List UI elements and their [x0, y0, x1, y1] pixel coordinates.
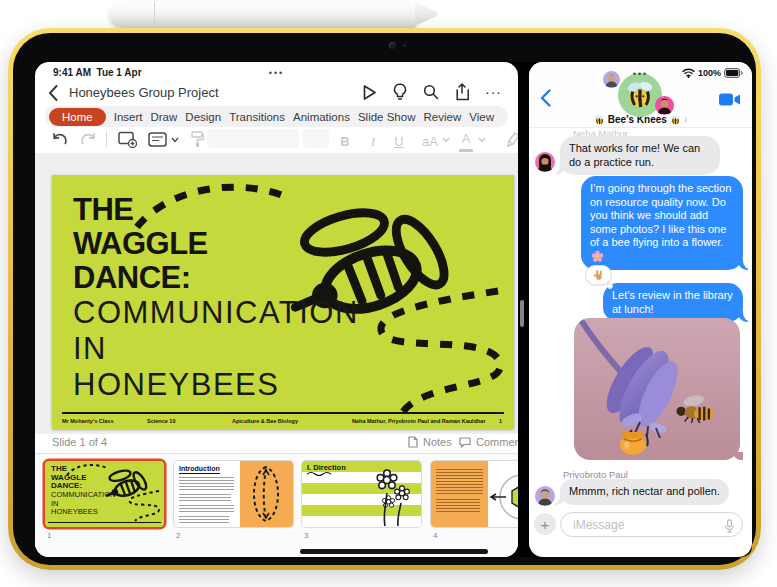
footer-unit: Apiculture & Bee Biology — [232, 418, 298, 424]
tab-animations[interactable]: Animations — [293, 111, 350, 123]
messages-app-window: 100% ••• Neha Mathur — [529, 62, 752, 557]
thumb2-paragraph — [179, 477, 234, 491]
tab-view[interactable]: View — [469, 111, 494, 123]
group-member-avatar[interactable] — [655, 96, 674, 115]
message-text: I’m going through the section on resourc… — [590, 182, 731, 248]
font-size-field[interactable] — [303, 129, 329, 148]
bee-emoji-icon — [594, 115, 605, 125]
search-icon[interactable] — [423, 84, 439, 100]
slide-footer: Mr Mohanty’s Class Science 10 Apiculture… — [62, 412, 504, 424]
microphone-icon[interactable] — [725, 519, 734, 533]
message-bubble-sent[interactable]: I’m going through the section on resourc… — [581, 176, 743, 270]
text-size-button[interactable]: aA — [420, 128, 440, 155]
thumb-number: 2 — [176, 531, 180, 540]
thumb4-text-pane — [431, 461, 488, 527]
notes-label: Notes — [423, 436, 452, 448]
tab-home[interactable]: Home — [49, 108, 106, 126]
slide-title-bold: THE WAGGLE DANCE: — [73, 193, 208, 295]
tab-slideshow[interactable]: Slide Show — [358, 111, 416, 123]
font-color-button[interactable]: A — [459, 128, 473, 152]
title-line: DANCE: — [73, 261, 208, 295]
tab-review[interactable]: Review — [423, 111, 461, 123]
ideas-lightbulb-icon[interactable] — [393, 83, 407, 101]
composer-field[interactable] — [560, 512, 743, 537]
composer-plus-button[interactable]: + — [534, 513, 556, 535]
back-chevron-icon[interactable] — [48, 85, 58, 101]
present-play-icon[interactable] — [362, 84, 377, 101]
sender-avatar-neha[interactable] — [535, 152, 555, 172]
redo-icon[interactable] — [80, 132, 97, 147]
thumb2-paragraph — [179, 516, 229, 524]
tab-insert[interactable]: Insert — [114, 111, 143, 123]
slide-counter: Slide 1 of 4 — [52, 436, 107, 448]
love-you-gesture-emoji-icon — [592, 269, 605, 282]
chevron-down-icon[interactable] — [478, 137, 486, 143]
slide-title-light: COMMUNICATION IN HONEYBEES — [73, 295, 359, 403]
footer-teacher: Mr Mohanty’s Class — [62, 418, 113, 424]
undo-icon[interactable] — [51, 132, 68, 147]
format-painter-icon[interactable] — [190, 131, 204, 148]
thumb3-underline-scribble — [306, 471, 336, 476]
comments-label: Comments — [476, 436, 518, 448]
title-line: THE — [73, 193, 208, 227]
back-chevron-icon[interactable] — [540, 89, 551, 107]
facetime-video-icon[interactable] — [719, 93, 741, 106]
thumb4-paragraph — [436, 469, 483, 495]
message-bubble-received[interactable]: That works for me! We can do a practice … — [560, 136, 720, 175]
thumbnail-slide-4[interactable] — [431, 461, 518, 527]
dashed-bee-trail-right — [381, 291, 500, 413]
screenshot-stage: 9:41 AM Tue 1 Apr ••• Honeybees Group Pr… — [0, 0, 777, 587]
underline-button[interactable]: U — [392, 128, 406, 155]
document-title[interactable]: Honeybees Group Project — [69, 85, 219, 100]
new-slide-icon[interactable] — [118, 131, 137, 148]
thumb2-heading: Introduction — [179, 465, 220, 474]
thumbnail-slide-3[interactable]: I. Direction — [302, 461, 421, 527]
message-bubble-sent[interactable]: Let’s review in the library at lunch! — [603, 283, 743, 322]
thumb-number: 1 — [47, 531, 51, 540]
thumb4-diagram — [488, 461, 518, 527]
home-indicator[interactable] — [300, 549, 488, 554]
tab-transitions[interactable]: Transitions — [229, 111, 285, 123]
apple-pencil — [110, 2, 416, 28]
ipad-bezel: 9:41 AM Tue 1 Apr ••• Honeybees Group Pr… — [13, 33, 756, 565]
tab-draw[interactable]: Draw — [150, 111, 177, 123]
thumb2-paragraph — [179, 494, 231, 502]
multitask-indicator[interactable]: ••• — [35, 68, 518, 78]
powerpoint-app-window: 9:41 AM Tue 1 Apr ••• Honeybees Group Pr… — [35, 62, 518, 557]
comments-icon — [459, 437, 471, 448]
photo-message-bee-flower[interactable] — [574, 318, 740, 460]
more-options-icon[interactable]: ··· — [485, 84, 502, 100]
thumb1-footer — [48, 522, 161, 525]
footer-authors: Neha Mathur, Priyobroto Paul and Raman K… — [352, 418, 486, 424]
sender-avatar-priyobroto[interactable] — [535, 486, 555, 506]
thumb-number: 3 — [304, 531, 308, 540]
slide-1-editor[interactable]: THE WAGGLE DANCE: COMMUNICATION IN HONEY… — [52, 175, 514, 429]
comments-toggle[interactable]: Comments — [459, 436, 518, 448]
bold-button[interactable]: B — [338, 128, 352, 155]
notes-icon — [408, 436, 418, 448]
chevron-down-icon[interactable] — [171, 137, 179, 143]
imessage-input[interactable] — [571, 514, 711, 535]
thumb1-title-light: COMMUNICATION IN HONEYBEES — [51, 491, 115, 517]
multitask-indicator[interactable]: ••• — [529, 69, 752, 79]
tapback-tail-dot — [607, 283, 613, 289]
font-name-field[interactable] — [207, 129, 299, 148]
apple-pencil-tip — [415, 2, 437, 26]
share-icon[interactable] — [455, 83, 469, 101]
thumbnail-slide-2[interactable]: Introduction — [174, 461, 293, 527]
notes-toggle[interactable]: Notes — [408, 436, 452, 448]
chevron-down-icon[interactable] — [442, 137, 450, 143]
footer-course: Science 10 — [147, 418, 175, 424]
italic-button[interactable]: I — [366, 128, 380, 155]
slide-layout-icon[interactable] — [148, 132, 168, 147]
ipad-screen: 9:41 AM Tue 1 Apr ••• Honeybees Group Pr… — [35, 62, 752, 557]
title-line: IN — [73, 331, 359, 367]
highlighter-icon[interactable] — [505, 131, 518, 148]
message-bubble-received[interactable]: Mmmm, rich nectar and pollen. — [560, 479, 729, 505]
split-view-divider-handle[interactable] — [520, 300, 524, 327]
thumb4-paragraph — [436, 499, 480, 513]
thumbnail-slide-1[interactable]: THE WAGGLE DANCE: COMMUNICATION IN HONEY… — [45, 461, 164, 527]
thumb2-diagram-pane — [240, 461, 293, 527]
tapback-reaction-bubble[interactable] — [585, 265, 612, 285]
tab-design[interactable]: Design — [185, 111, 221, 123]
